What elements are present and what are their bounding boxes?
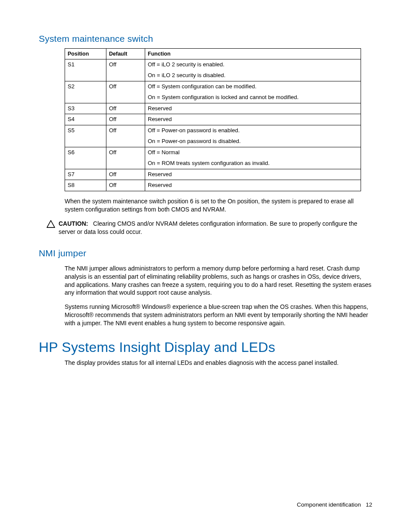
cell-default: Off	[106, 103, 145, 114]
cell-function: Off = iLO 2 security is enabled. On = iL…	[145, 59, 361, 81]
table-row: S3 Off Reserved	[65, 103, 361, 114]
cell-function: Off = Normal On = ROM treats system conf…	[145, 147, 361, 169]
heading-hp-systems-insight: HP Systems Insight Display and LEDs	[39, 339, 372, 355]
caution-text: Clearing CMOS and/or NVRAM deletes confi…	[59, 220, 357, 235]
cell-position: S1	[65, 59, 106, 81]
cell-default: Off	[106, 59, 145, 81]
insight-paragraph: The display provides status for all inte…	[65, 359, 372, 367]
function-line: On = System configuration is locked and …	[148, 93, 358, 102]
table-row: S8 Off Reserved	[65, 180, 361, 191]
heading-nmi-jumper: NMI jumper	[39, 248, 372, 258]
cell-function: Reserved	[145, 103, 361, 114]
system-maintenance-switch-table: Position Default Function S1 Off Off = i…	[65, 48, 361, 191]
cell-function: Reserved	[145, 180, 361, 191]
cell-default: Off	[106, 147, 145, 169]
footer-section: Component identification	[297, 501, 361, 508]
function-line: Reserved	[148, 171, 358, 179]
cell-function: Off = System configuration can be modifi…	[145, 81, 361, 103]
nmi-paragraph-2: Systems running Microsoft® Windows® expe…	[65, 303, 372, 327]
table-row: S5 Off Off = Power-on password is enable…	[65, 125, 361, 147]
function-line: Reserved	[148, 105, 358, 113]
cell-default: Off	[106, 169, 145, 180]
caution-block: CAUTION: Clearing CMOS and/or NVRAM dele…	[47, 220, 372, 236]
cell-position: S4	[65, 114, 106, 125]
function-line: Off = Power-on password is enabled.	[148, 127, 358, 135]
heading-system-maintenance-switch: System maintenance switch	[39, 34, 372, 44]
footer-page-number: 12	[366, 501, 372, 508]
cell-function: Off = Power-on password is enabled. On =…	[145, 125, 361, 147]
function-line: Reserved	[148, 181, 358, 190]
page-footer: Component identification 12	[297, 501, 372, 508]
table-row: S6 Off Off = Normal On = ROM treats syst…	[65, 147, 361, 169]
function-line: Off = System configuration can be modifi…	[148, 83, 358, 91]
cell-function: Reserved	[145, 114, 361, 125]
function-line: On = Power-on password is disabled.	[148, 137, 358, 146]
function-line: Off = Normal	[148, 149, 358, 157]
function-line: Off = iLO 2 security is enabled.	[148, 61, 358, 69]
function-line: On = ROM treats system configuration as …	[148, 159, 358, 168]
cell-position: S7	[65, 169, 106, 180]
cell-default: Off	[106, 114, 145, 125]
table-row: S2 Off Off = System configuration can be…	[65, 81, 361, 103]
nmi-paragraph-1: The NMI jumper allows administrators to …	[65, 264, 372, 297]
cell-position: S6	[65, 147, 106, 169]
sys-maint-note: When the system maintenance switch posit…	[65, 197, 372, 214]
table-row: S1 Off Off = iLO 2 security is enabled. …	[65, 59, 361, 81]
caution-icon	[47, 220, 55, 228]
cell-position: S8	[65, 180, 106, 191]
table-header-default: Default	[106, 49, 145, 59]
table-row: S4 Off Reserved	[65, 114, 361, 125]
function-line: On = iLO 2 security is disabled.	[148, 72, 358, 80]
cell-default: Off	[106, 125, 145, 147]
caution-label: CAUTION:	[59, 220, 88, 227]
table-header-position: Position	[65, 49, 106, 59]
cell-function: Reserved	[145, 169, 361, 180]
table-row: S7 Off Reserved	[65, 169, 361, 180]
cell-position: S5	[65, 125, 106, 147]
function-line: Reserved	[148, 115, 358, 124]
table-header-function: Function	[145, 49, 361, 59]
cell-default: Off	[106, 180, 145, 191]
cell-position: S3	[65, 103, 106, 114]
cell-default: Off	[106, 81, 145, 103]
cell-position: S2	[65, 81, 106, 103]
